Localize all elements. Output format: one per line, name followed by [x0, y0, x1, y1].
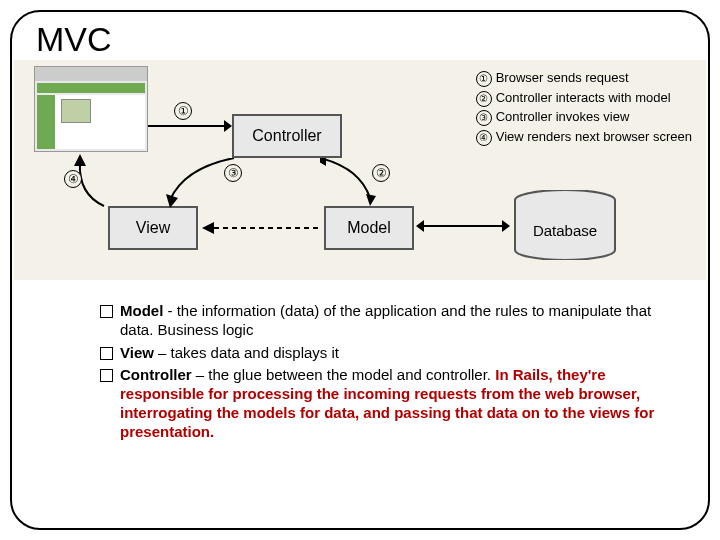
svg-marker-10	[502, 220, 510, 232]
step-num-3: ③	[476, 110, 492, 126]
bullet-view: View – takes data and displays it	[100, 344, 668, 363]
svg-marker-2	[224, 120, 232, 132]
bullet-model: Model - the information (data) of the ap…	[100, 302, 668, 340]
svg-marker-3	[366, 194, 376, 206]
circle-4: ④	[64, 170, 82, 188]
controller-box: Controller	[232, 114, 342, 158]
bullet-controller: Controller – the glue between the model …	[100, 366, 668, 441]
arrow-model-view-dashed	[202, 218, 322, 238]
browser-thumbnail	[34, 66, 148, 152]
step-text-2: Controller interacts with model	[496, 90, 671, 105]
step-text-1: Browser sends request	[496, 70, 629, 85]
circle-2: ②	[372, 164, 390, 182]
step-num-1: ①	[476, 71, 492, 87]
svg-marker-4	[320, 158, 326, 166]
arrow-controller-model	[320, 158, 380, 210]
mvc-diagram: ①Browser sends request ②Controller inter…	[14, 60, 706, 280]
arrow-model-db	[416, 214, 510, 238]
view-box: View	[108, 206, 198, 250]
database-cylinder: Database	[512, 190, 618, 260]
svg-marker-11	[416, 220, 424, 232]
steps-legend: ①Browser sends request ②Controller inter…	[476, 68, 692, 146]
step-num-4: ④	[476, 130, 492, 146]
circle-1: ①	[174, 102, 192, 120]
svg-marker-5	[166, 194, 178, 208]
step-text-4: View renders next browser screen	[496, 129, 692, 144]
svg-marker-6	[74, 154, 86, 166]
step-num-2: ②	[476, 91, 492, 107]
step-text-3: Controller invokes view	[496, 109, 630, 124]
slide-title: MVC	[36, 20, 112, 59]
database-label: Database	[512, 222, 618, 239]
arrow-browser-controller	[148, 114, 232, 138]
bullet-list: Model - the information (data) of the ap…	[100, 302, 668, 445]
circle-3: ③	[224, 164, 242, 182]
model-box: Model	[324, 206, 414, 250]
svg-marker-8	[202, 222, 214, 234]
